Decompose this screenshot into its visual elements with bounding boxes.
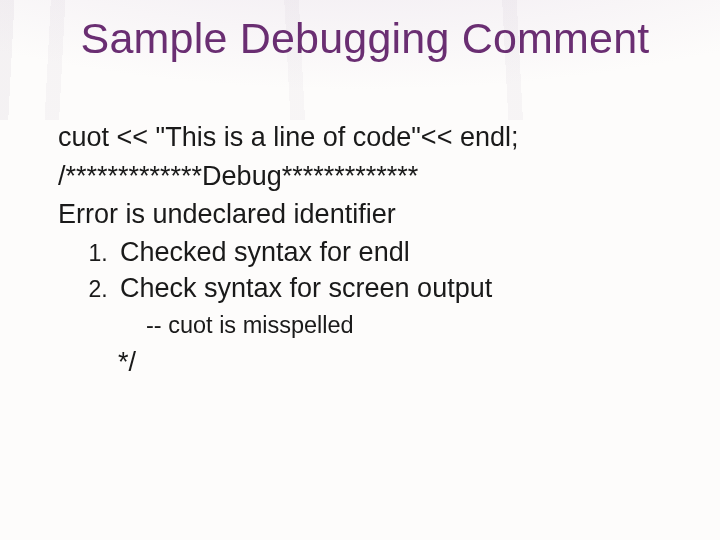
- list-item: Checked syntax for endl: [114, 234, 672, 270]
- code-line-1: cuot << "This is a line of code"<< endl;: [58, 119, 672, 155]
- comment-open-line: /*************Debug*************: [58, 158, 672, 194]
- steps-list: Checked syntax for endl Check syntax for…: [58, 234, 672, 306]
- slide-title: Sample Debugging Comment: [58, 14, 672, 63]
- slide-body: cuot << "This is a line of code"<< endl;…: [58, 119, 672, 380]
- sub-note: -- cuot is misspelled: [146, 310, 672, 341]
- comment-close-line: */: [118, 344, 672, 380]
- list-item: Check syntax for screen output: [114, 270, 672, 306]
- slide: Sample Debugging Comment cuot << "This i…: [0, 0, 720, 540]
- error-line: Error is undeclared identifier: [58, 196, 672, 232]
